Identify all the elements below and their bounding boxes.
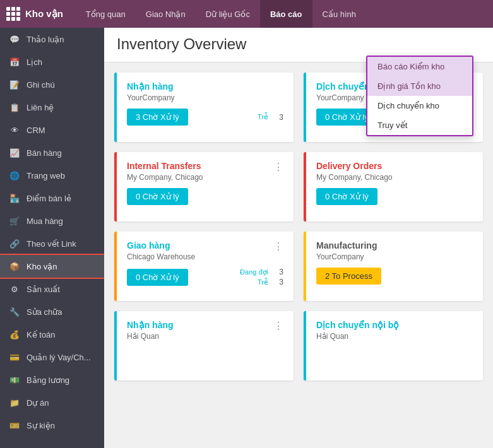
- note-icon: 📝: [9, 79, 20, 90]
- sales-icon: 📈: [9, 147, 20, 158]
- link-icon: 🔗: [9, 238, 20, 249]
- pos-icon: 🏪: [9, 192, 20, 204]
- contact-icon: 📋: [9, 102, 20, 113]
- sidebar-item-su-kien[interactable]: 🎫 Sự kiện: [0, 414, 104, 437]
- sidebar-label-san-xuat: Sản xuất: [27, 285, 60, 294]
- sidebar-label-diem-ban-le: Điểm bán lẻ: [27, 194, 71, 203]
- dropdown-menu: Báo cáo Kiểm kho Định giá Tồn kho Dịch c…: [366, 56, 473, 136]
- sidebar-item-ghi-chu[interactable]: 📝 Ghi chú: [0, 73, 104, 96]
- sidebar-item-sua-chua[interactable]: 🔧 Sửa chữa: [0, 300, 104, 323]
- nav-bao-cao[interactable]: Báo cáo: [260, 0, 312, 28]
- sidebar-item-theo-vet-link[interactable]: 🔗 Theo vết Link: [0, 232, 104, 255]
- grid-icon: [6, 7, 20, 21]
- purchase-icon: 🛒: [9, 215, 20, 227]
- sidebar-label-quan-ly-vay: Quản lý Vay/Ch...: [27, 353, 91, 362]
- sidebar-item-quan-ly-vay[interactable]: 💳 Quản lý Vay/Ch...: [0, 346, 104, 368]
- sidebar-label-su-kien: Sự kiện: [27, 421, 55, 430]
- sidebar-item-lien-he[interactable]: 📋 Liên hệ: [0, 96, 104, 119]
- nav-cau-hinh[interactable]: Cấu hình: [312, 0, 367, 28]
- sidebar-label-theo-vet-link: Theo vết Link: [27, 239, 76, 249]
- app-logo[interactable]: Kho vận: [6, 7, 63, 21]
- dropdown-item-dich-chuyen-kho[interactable]: Dịch chuyển kho: [367, 96, 472, 115]
- sidebar-label-lien-he: Liên hệ: [27, 103, 54, 112]
- sidebar-label-sua-chua: Sửa chữa: [27, 307, 62, 317]
- sidebar-label-bang-luong: Bảng lương: [27, 375, 69, 385]
- sidebar-item-diem-ban-le[interactable]: 🏪 Điểm bán lẻ: [0, 187, 104, 209]
- dropdown-item-truy-vet[interactable]: Truy vết: [367, 115, 472, 135]
- sidebar-item-mua-hang[interactable]: 🛒 Mua hàng: [0, 209, 104, 232]
- sidebar-label-ke-toan: Kế toán: [27, 330, 56, 339]
- main-content: Inventory Overview Nhận hàng YourCompany…: [104, 28, 493, 448]
- page-title: Inventory Overview: [117, 35, 480, 53]
- nav-du-lieu-goc[interactable]: Dữ liệu Gốc: [196, 0, 260, 28]
- web-icon: 🌐: [9, 170, 20, 181]
- sidebar-item-du-an[interactable]: 📁 Dự án: [0, 391, 104, 414]
- app-title: Kho vận: [25, 8, 63, 20]
- sidebar-item-kho-van[interactable]: 📦 Kho vận: [0, 255, 104, 278]
- sidebar-label-thao-luan: Thảo luận: [27, 35, 64, 44]
- crm-icon: 👁: [9, 124, 20, 136]
- sidebar-label-lich: Lịch: [27, 57, 42, 67]
- sidebar-label-kho-van: Kho vận: [27, 262, 57, 271]
- sidebar-label-crm: CRM: [27, 126, 45, 135]
- sidebar-item-crm[interactable]: 👁 CRM: [0, 119, 104, 141]
- event-icon: 🎫: [9, 420, 20, 431]
- sidebar-item-ban-hang[interactable]: 📈 Bán hàng: [0, 141, 104, 164]
- sidebar-label-du-an: Dự án: [27, 398, 49, 408]
- dropdown-item-bao-cao-kiem-kho[interactable]: Báo cáo Kiểm kho: [367, 57, 472, 76]
- sidebar-label-ghi-chu: Ghi chú: [27, 80, 55, 90]
- main-layout: 💬 Thảo luận 📅 Lịch 📝 Ghi chú 📋 Liên hệ 👁…: [0, 28, 493, 448]
- top-bar: Kho vận Tổng quan Giao Nhận Dữ liệu Gốc …: [0, 0, 493, 28]
- dropdown-item-dinh-gia-ton-kho[interactable]: Định giá Tồn kho: [367, 76, 472, 96]
- sidebar-item-thao-luan[interactable]: 💬 Thảo luận: [0, 28, 104, 50]
- sidebar: 💬 Thảo luận 📅 Lịch 📝 Ghi chú 📋 Liên hệ 👁…: [0, 28, 104, 448]
- top-nav: Tổng quan Giao Nhận Dữ liệu Gốc Báo cáo …: [76, 0, 366, 28]
- nav-tong-quan[interactable]: Tổng quan: [76, 0, 136, 28]
- accounting-icon: 💰: [9, 329, 20, 340]
- comment-icon: 💬: [9, 33, 20, 45]
- sidebar-item-lich[interactable]: 📅 Lịch: [0, 50, 104, 73]
- calendar-icon: 📅: [9, 56, 20, 68]
- sidebar-label-trang-web: Trang web: [27, 171, 65, 180]
- sidebar-label-mua-hang: Mua hàng: [27, 216, 63, 226]
- manufacturing-icon: ⚙: [9, 283, 20, 295]
- payroll-icon: 💵: [9, 374, 20, 386]
- sidebar-item-trang-web[interactable]: 🌐 Trang web: [0, 164, 104, 187]
- loan-icon: 💳: [9, 351, 20, 363]
- sidebar-item-san-xuat[interactable]: ⚙ Sản xuất: [0, 278, 104, 300]
- dropdown-overlay: Báo cáo Kiểm kho Định giá Tồn kho Dịch c…: [104, 56, 493, 448]
- sidebar-item-bang-luong[interactable]: 💵 Bảng lương: [0, 368, 104, 391]
- repair-icon: 🔧: [9, 306, 20, 317]
- inventory-icon: 📦: [9, 261, 20, 272]
- nav-giao-nhan[interactable]: Giao Nhận: [136, 0, 196, 28]
- sidebar-label-ban-hang: Bán hàng: [27, 148, 62, 158]
- sidebar-item-ke-toan[interactable]: 💰 Kế toán: [0, 323, 104, 346]
- project-icon: 📁: [9, 397, 20, 408]
